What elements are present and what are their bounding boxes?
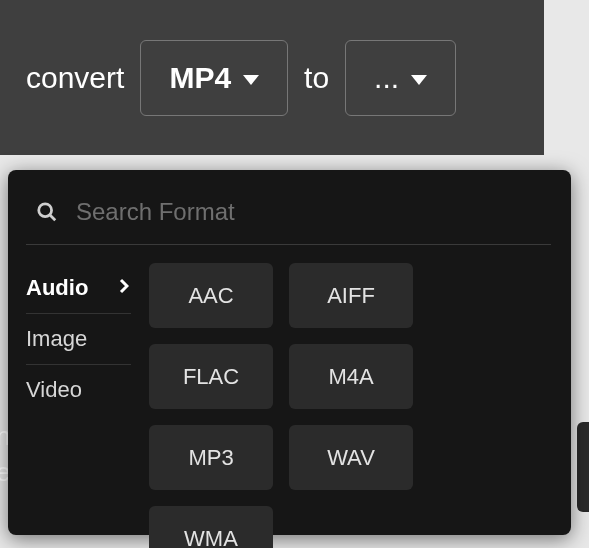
format-option-m4a[interactable]: M4A — [289, 344, 413, 409]
category-audio[interactable]: Audio — [26, 263, 131, 314]
search-row — [26, 198, 551, 245]
format-label: FLAC — [183, 364, 239, 390]
from-format-value: MP4 — [169, 61, 231, 95]
format-option-aac[interactable]: AAC — [149, 263, 273, 328]
format-option-wma[interactable]: WMA — [149, 506, 273, 548]
svg-line-1 — [50, 215, 56, 221]
category-label: Image — [26, 326, 87, 352]
format-option-wav[interactable]: WAV — [289, 425, 413, 490]
search-input[interactable] — [76, 198, 547, 226]
svg-point-0 — [39, 204, 52, 217]
format-label: MP3 — [188, 445, 233, 471]
format-dropdown-panel: Audio Image Video AAC AIFF FLAC M4A MP3 … — [8, 170, 571, 535]
format-label: WMA — [184, 526, 238, 549]
to-label: to — [304, 61, 329, 95]
convert-label: convert — [26, 61, 124, 95]
convert-bar: convert MP4 to ... — [0, 0, 544, 155]
caret-down-icon — [411, 75, 427, 85]
format-option-flac[interactable]: FLAC — [149, 344, 273, 409]
caret-down-icon — [243, 75, 259, 85]
category-label: Video — [26, 377, 82, 403]
format-label: AIFF — [327, 283, 375, 309]
category-label: Audio — [26, 275, 88, 301]
search-icon — [36, 201, 58, 223]
from-format-select[interactable]: MP4 — [140, 40, 288, 116]
format-label: M4A — [328, 364, 373, 390]
chevron-right-icon — [119, 278, 129, 299]
category-list: Audio Image Video — [26, 263, 131, 548]
format-label: AAC — [188, 283, 233, 309]
category-image[interactable]: Image — [26, 314, 131, 365]
to-format-value: ... — [374, 61, 399, 95]
to-format-select[interactable]: ... — [345, 40, 456, 116]
format-grid: AAC AIFF FLAC M4A MP3 WAV WMA — [149, 263, 551, 548]
partial-adjacent-panel — [577, 422, 589, 512]
format-option-mp3[interactable]: MP3 — [149, 425, 273, 490]
category-video[interactable]: Video — [26, 365, 131, 415]
format-label: WAV — [327, 445, 375, 471]
format-option-aiff[interactable]: AIFF — [289, 263, 413, 328]
